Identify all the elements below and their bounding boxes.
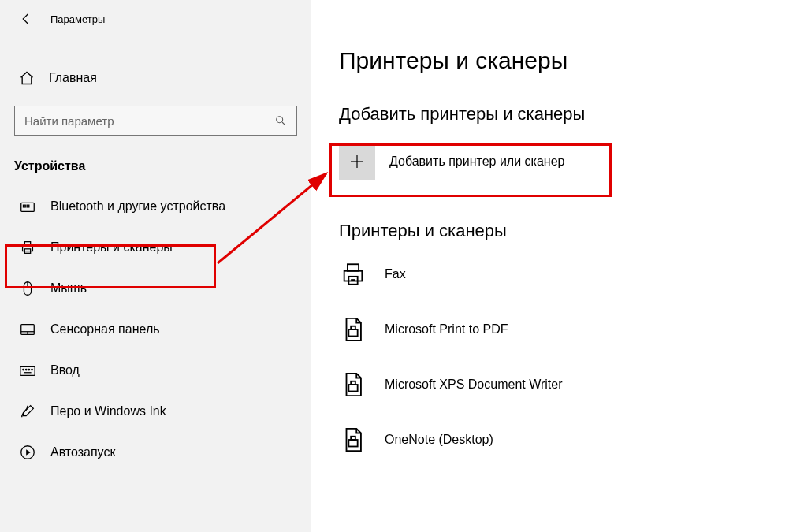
sidebar-item-label: Сенсорная панель	[50, 322, 160, 337]
svg-rect-3	[27, 205, 29, 207]
keyboard-icon	[19, 362, 36, 379]
sidebar-item-label: Ввод	[50, 363, 80, 378]
document-printer-icon	[339, 426, 367, 454]
add-printer-button[interactable]: Добавить принтер или сканер	[339, 142, 789, 181]
document-printer-icon	[339, 315, 367, 344]
svg-rect-2	[24, 205, 26, 207]
home-icon	[19, 70, 35, 86]
svg-point-15	[28, 369, 29, 370]
svg-rect-22	[348, 264, 359, 271]
sidebar-item-bluetooth[interactable]: Bluetooth и другие устройства	[0, 186, 311, 227]
svg-rect-29	[348, 440, 357, 447]
sidebar-item-mouse[interactable]: Мышь	[0, 268, 311, 309]
pen-icon	[19, 403, 36, 420]
sidebar-item-typing[interactable]: Ввод	[0, 350, 311, 391]
bluetooth-devices-icon	[19, 198, 36, 215]
svg-point-16	[32, 369, 32, 370]
svg-rect-26	[351, 326, 355, 329]
svg-point-13	[23, 369, 24, 370]
svg-rect-30	[351, 437, 355, 440]
sidebar-item-autoplay[interactable]: Автозапуск	[0, 432, 311, 473]
svg-rect-28	[351, 381, 355, 385]
window-title: Параметры	[50, 13, 105, 25]
sidebar-item-label: Перо и Windows Ink	[50, 404, 166, 419]
search-placeholder: Найти параметр	[24, 114, 114, 128]
main-content: Принтеры и сканеры Добавить принтеры и с…	[311, 0, 789, 532]
printer-label: OneNote (Desktop)	[385, 433, 493, 447]
sidebar-item-label: Принтеры и сканеры	[50, 240, 173, 255]
printer-item-xps[interactable]: Microsoft XPS Document Writer	[339, 369, 789, 400]
sidebar-home-label: Главная	[49, 71, 97, 85]
touchpad-icon	[19, 321, 36, 338]
sidebar: Параметры Главная Найти параметр Устройс…	[0, 0, 311, 532]
sidebar-home[interactable]: Главная	[0, 66, 311, 90]
printer-label: Microsoft XPS Document Writer	[385, 378, 563, 392]
printer-item-pdf[interactable]: Microsoft Print to PDF	[339, 314, 789, 345]
printer-label: Microsoft Print to PDF	[385, 322, 508, 337]
printer-item-fax[interactable]: Fax	[339, 259, 789, 290]
sidebar-item-touchpad[interactable]: Сенсорная панель	[0, 309, 311, 350]
svg-rect-5	[24, 242, 30, 246]
mouse-icon	[19, 280, 36, 297]
sidebar-category: Устройства	[14, 159, 311, 173]
svg-rect-12	[20, 366, 35, 375]
sidebar-item-pen[interactable]: Перо и Windows Ink	[0, 391, 311, 432]
svg-rect-4	[23, 245, 33, 251]
plus-icon	[339, 143, 375, 180]
fax-icon	[339, 260, 367, 288]
back-icon[interactable]	[19, 12, 33, 26]
search-input[interactable]: Найти параметр	[14, 106, 297, 136]
svg-rect-25	[348, 329, 357, 337]
printer-icon	[19, 239, 36, 256]
autoplay-icon	[19, 444, 36, 461]
svg-point-14	[25, 369, 26, 370]
sidebar-item-printers[interactable]: Принтеры и сканеры	[0, 227, 311, 268]
sidebar-item-label: Мышь	[50, 281, 87, 296]
add-printer-label: Добавить принтер или сканер	[389, 154, 564, 169]
svg-point-0	[277, 117, 283, 123]
document-printer-icon	[339, 370, 367, 399]
sidebar-item-label: Автозапуск	[50, 445, 115, 459]
add-section-title: Добавить принтеры и сканеры	[339, 104, 789, 125]
page-title: Принтеры и сканеры	[339, 47, 789, 74]
list-section-title: Принтеры и сканеры	[339, 221, 789, 241]
search-icon	[274, 114, 287, 127]
sidebar-item-label: Bluetooth и другие устройства	[50, 199, 225, 214]
printer-item-onenote[interactable]: OneNote (Desktop)	[339, 424, 789, 456]
printer-label: Fax	[385, 267, 406, 281]
svg-rect-27	[348, 385, 357, 392]
